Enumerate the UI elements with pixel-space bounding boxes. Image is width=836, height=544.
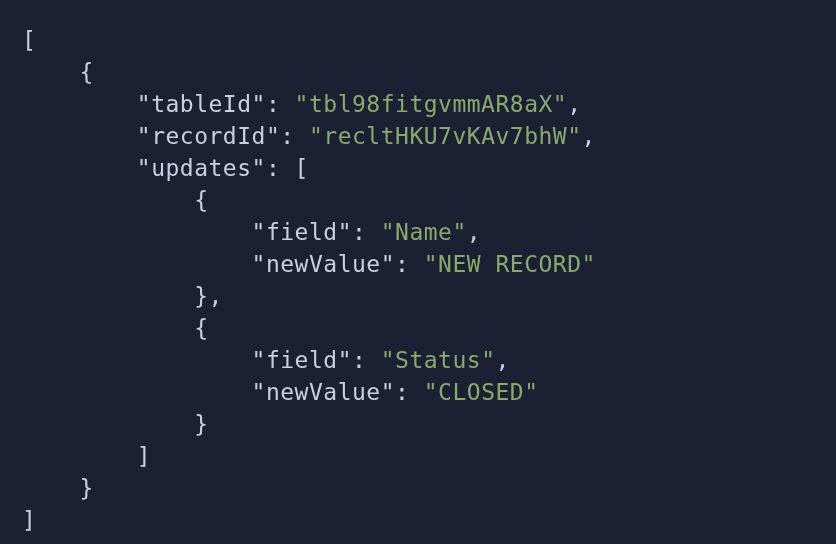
code-token: }	[79, 475, 93, 501]
code-token: "field"	[252, 219, 352, 245]
code-token: "tbl98fitgvmmAR8aX"	[295, 91, 568, 117]
code-token	[22, 187, 194, 213]
code-token: {	[194, 187, 208, 213]
code-token: "tableId"	[137, 91, 266, 117]
code-token	[22, 347, 252, 373]
code-token: :	[395, 379, 424, 405]
code-token: "updates"	[137, 155, 266, 181]
code-token: "recordId"	[137, 123, 280, 149]
code-token: "Status"	[381, 347, 496, 373]
code-token: ,	[567, 91, 581, 117]
code-token: ]	[137, 443, 151, 469]
code-token: "NEW RECORD"	[424, 251, 596, 277]
code-token: "Name"	[381, 219, 467, 245]
code-token: "newValue"	[252, 379, 395, 405]
code-token	[22, 123, 137, 149]
code-token: "field"	[252, 347, 352, 373]
code-token	[22, 91, 137, 117]
code-token: ,	[495, 347, 509, 373]
json-code-block: [ { "tableId": "tbl98fitgvmmAR8aX", "rec…	[22, 24, 814, 536]
code-token: [	[22, 27, 36, 53]
code-token: ,	[582, 123, 596, 149]
code-token: :	[395, 251, 424, 277]
code-token	[22, 411, 194, 437]
code-token: },	[194, 283, 223, 309]
code-token	[22, 475, 79, 501]
code-token	[22, 283, 194, 309]
code-token	[22, 219, 252, 245]
code-token: "newValue"	[252, 251, 395, 277]
code-token: ,	[467, 219, 481, 245]
code-token: "recltHKU7vKAv7bhW"	[309, 123, 582, 149]
code-token	[22, 379, 252, 405]
code-token: :	[352, 219, 381, 245]
code-token: :	[352, 347, 381, 373]
code-token: :	[280, 123, 309, 149]
code-token	[22, 443, 137, 469]
code-token: ]	[22, 507, 36, 533]
code-token: :	[266, 91, 295, 117]
code-token: }	[194, 411, 208, 437]
code-token	[22, 251, 252, 277]
code-token	[22, 59, 79, 85]
code-token: {	[194, 315, 208, 341]
code-token: : [	[266, 155, 309, 181]
code-token: "CLOSED"	[424, 379, 539, 405]
code-token	[22, 315, 194, 341]
code-token	[22, 155, 137, 181]
code-token: {	[79, 59, 93, 85]
